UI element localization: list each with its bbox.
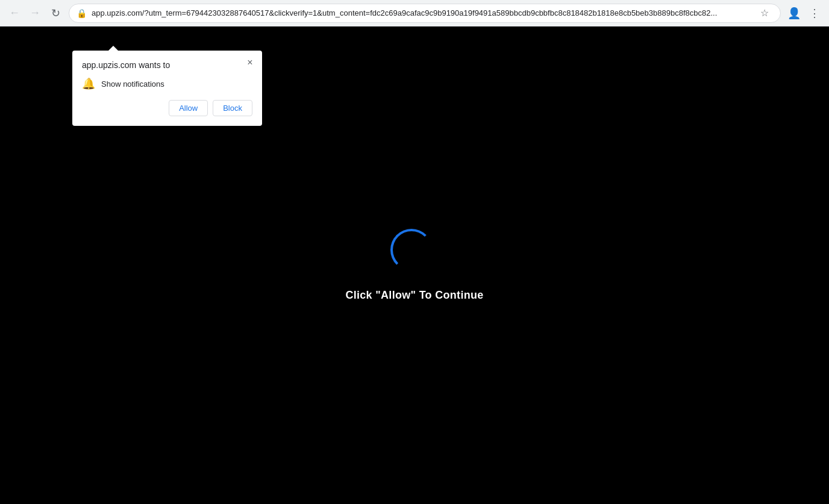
popup-permission-row: 🔔 Show notifications xyxy=(82,77,252,90)
popup-title: app.upzis.com wants to xyxy=(82,60,252,70)
profile-icon: 👤 xyxy=(787,7,801,20)
browser-content: Click "Allow" To Continue × app.upzis.co… xyxy=(0,26,829,504)
address-bar[interactable]: 🔒 app.upzis.com/?utm_term=67944230328876… xyxy=(69,4,781,23)
allow-button[interactable]: Allow xyxy=(169,100,208,116)
bookmark-button[interactable]: ☆ xyxy=(756,5,773,22)
menu-button[interactable]: ⋮ xyxy=(805,4,824,23)
block-button[interactable]: Block xyxy=(213,100,252,116)
loading-spinner xyxy=(390,229,433,271)
menu-icon: ⋮ xyxy=(809,7,820,20)
lock-icon: 🔒 xyxy=(77,8,87,18)
bookmark-icon: ☆ xyxy=(760,7,769,19)
popup-arrow xyxy=(108,46,118,51)
profile-button[interactable]: 👤 xyxy=(784,4,804,23)
back-button[interactable]: ← xyxy=(5,4,24,23)
toolbar-right: 👤 ⋮ xyxy=(784,4,824,23)
browser-toolbar: ← → ↻ 🔒 app.upzis.com/?utm_term=67944230… xyxy=(0,0,829,26)
notification-popup: × app.upzis.com wants to 🔔 Show notifica… xyxy=(72,51,262,126)
permission-text: Show notifications xyxy=(101,79,164,89)
popup-close-button[interactable]: × xyxy=(243,55,257,70)
spinner-container xyxy=(390,229,439,277)
url-text: app.upzis.com/?utm_term=6794423032887640… xyxy=(92,8,751,17)
nav-buttons: ← → ↻ xyxy=(5,4,65,23)
back-icon: ← xyxy=(9,7,20,19)
close-icon: × xyxy=(247,57,252,68)
bell-icon: 🔔 xyxy=(82,77,95,90)
browser-frame: ← → ↻ 🔒 app.upzis.com/?utm_term=67944230… xyxy=(0,0,829,504)
forward-icon: → xyxy=(30,7,40,19)
reload-button[interactable]: ↻ xyxy=(46,4,65,23)
page-instruction-text: Click "Allow" To Continue xyxy=(345,289,483,302)
forward-button[interactable]: → xyxy=(25,4,45,23)
reload-icon: ↻ xyxy=(51,7,60,20)
popup-buttons: Allow Block xyxy=(82,100,252,116)
